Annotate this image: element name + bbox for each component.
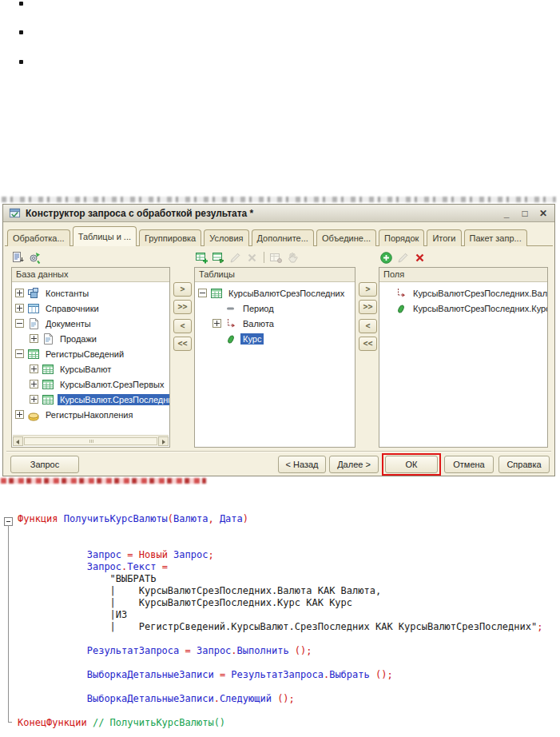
horizontal-scrollbar[interactable] [13, 435, 169, 446]
query-text-icon[interactable] [11, 251, 25, 265]
constants-icon [27, 287, 40, 300]
move-right-button[interactable]: > [359, 282, 377, 297]
move-left-button[interactable]: < [359, 319, 377, 333]
scroll-left-icon[interactable] [13, 436, 23, 446]
database-tree[interactable]: КонстантыСправочникиДокументыПродажиРеги… [12, 283, 169, 436]
code-line: |ИЗ [0, 609, 560, 621]
tree-item[interactable]: КурсыВалют [12, 361, 169, 376]
move-all-left-button[interactable]: << [359, 337, 377, 351]
tab-tablicy[interactable]: Таблицы и ... [73, 226, 137, 246]
screenshot-root: Конструктор запроса с обработкой результ… [0, 0, 560, 737]
tree-item-label: Курс [240, 333, 264, 345]
collapse-minus-icon[interactable] [15, 319, 24, 328]
collapse-minus-icon[interactable] [198, 289, 207, 297]
tree-item[interactable]: КурсыВалютСрезПоследних [195, 285, 355, 301]
tree-item[interactable]: КурсыВалют.СрезПервых [12, 376, 169, 392]
query-wizard-icon[interactable] [28, 251, 42, 265]
tree-item[interactable]: Константы [12, 285, 169, 301]
move-all-right-button[interactable]: >> [359, 300, 377, 314]
list-bullet [19, 60, 23, 64]
tree-item-label: Справочники [43, 303, 101, 314]
tree-item[interactable]: РегистрыСведений [12, 346, 169, 361]
expand-plus-icon[interactable] [15, 289, 24, 297]
expand-plus-icon[interactable] [15, 410, 24, 419]
tab-gruppirovka[interactable]: Группировка [139, 229, 201, 246]
scroll-right-icon[interactable] [158, 436, 169, 446]
tree-item-label: Продажи [58, 333, 99, 345]
delete-field-icon[interactable] [413, 251, 427, 265]
dialog-title-bar[interactable]: Конструктор запроса с обработкой результ… [3, 205, 554, 222]
minimize-button[interactable]: _ [501, 206, 512, 221]
fields-toolbar [379, 250, 427, 265]
number-field-icon [395, 302, 407, 315]
tab-dopolnitelno[interactable]: Дополните... [252, 229, 314, 246]
move-left-button[interactable]: < [173, 319, 192, 333]
expand-plus-icon[interactable] [30, 380, 38, 388]
code-line: ВыборкаДетальныеЗаписи.Следующий (); [0, 693, 560, 705]
move-all-right-button[interactable]: >> [173, 300, 192, 314]
tables-tree[interactable]: КурсыВалютСрезПоследнихПериодВалютаКурс [195, 283, 355, 447]
add-table-icon[interactable] [195, 251, 209, 265]
drag-hand-icon [286, 251, 300, 265]
virtual-table-params-icon [269, 251, 283, 265]
tree-item[interactable]: КурсыВалютСрезПоследних.Валюта [379, 285, 547, 301]
help-button[interactable]: Справка [498, 456, 550, 473]
tree-item-label: КурсыВалют [58, 364, 113, 375]
blurred-red-text-artifact [1, 478, 206, 484]
expand-plus-icon[interactable] [30, 365, 38, 373]
code-line: | КурсыВалютСрезПоследних.Курс КАК Курс [0, 597, 560, 609]
close-button[interactable]: ✕ [538, 206, 549, 221]
maximize-button[interactable]: □ [519, 206, 530, 221]
fields-list[interactable]: КурсыВалютСрезПоследних.ВалютаКурсыВалют… [379, 283, 547, 447]
expand-plus-icon[interactable] [30, 395, 38, 404]
code-line [0, 681, 560, 693]
list-bullet [19, 30, 23, 34]
tree-item-label: КурсыВалют.СрезПервых [58, 379, 166, 390]
tables-toolbar [195, 250, 300, 265]
tree-item[interactable]: Продажи [12, 331, 169, 346]
tab-poryadok[interactable]: Порядок [379, 229, 424, 246]
edit-icon [228, 251, 242, 265]
buttons-separator [6, 451, 551, 452]
tree-item[interactable]: Документы [12, 316, 169, 331]
move-all-left-button[interactable]: << [173, 337, 192, 351]
query-button[interactable]: Запрос [10, 456, 79, 473]
ref-field-icon [224, 317, 237, 330]
number-field-icon [224, 333, 237, 345]
tab-obedinenie[interactable]: Объедине... [316, 229, 376, 246]
database-toolbar [11, 250, 42, 265]
ok-button[interactable]: ОК [385, 456, 438, 473]
tab-itogi[interactable]: Итоги [427, 229, 461, 246]
code-line [0, 705, 560, 717]
tab-paket[interactable]: Пакет запр... [464, 229, 527, 246]
add-field-icon[interactable] [379, 251, 393, 265]
dialog-title: Конструктор запроса с обработкой результ… [26, 208, 253, 219]
tree-item[interactable]: Период [195, 301, 355, 316]
tree-item[interactable]: Валюта [195, 316, 355, 331]
tree-item[interactable]: Справочники [12, 301, 169, 316]
cancel-button[interactable]: Отмена [444, 456, 494, 473]
code-editor[interactable]: Функция ПолучитьКурсВалюты(Валюта, Дата)… [0, 513, 560, 729]
add-virtual-table-icon[interactable] [212, 251, 225, 265]
next-button[interactable]: Далее > [329, 456, 379, 473]
tree-item-label: КурсыВалют.СрезПоследних [58, 394, 169, 405]
inforegister-icon [42, 378, 54, 391]
scrollbar-thumb[interactable] [24, 437, 157, 445]
tree-item[interactable]: Курс [195, 331, 355, 346]
tab-strip: Обработка...Таблицы и ...ГруппировкаУсло… [7, 226, 550, 246]
move-right-button[interactable]: > [173, 282, 192, 297]
tree-item-label: КурсыВалютСрезПоследних.Валюта [411, 288, 547, 299]
tab-obrabotka[interactable]: Обработка... [7, 229, 70, 246]
expand-plus-icon[interactable] [212, 319, 221, 328]
tree-item[interactable]: РегистрыНакопления [12, 407, 169, 422]
list-bullet [19, 2, 23, 6]
collapse-minus-icon[interactable] [15, 349, 24, 358]
tree-item[interactable]: КурсыВалютСрезПоследних.Курс [379, 301, 547, 316]
back-button[interactable]: < Назад [278, 456, 326, 473]
tree-item[interactable]: КурсыВалют.СрезПоследних [12, 392, 169, 407]
inforegister-icon [27, 348, 40, 361]
expand-plus-icon[interactable] [15, 304, 24, 313]
tab-usloviya[interactable]: Условия [204, 229, 248, 246]
code-line: Запрос.Текст = [0, 561, 560, 573]
expand-plus-icon[interactable] [30, 334, 38, 343]
